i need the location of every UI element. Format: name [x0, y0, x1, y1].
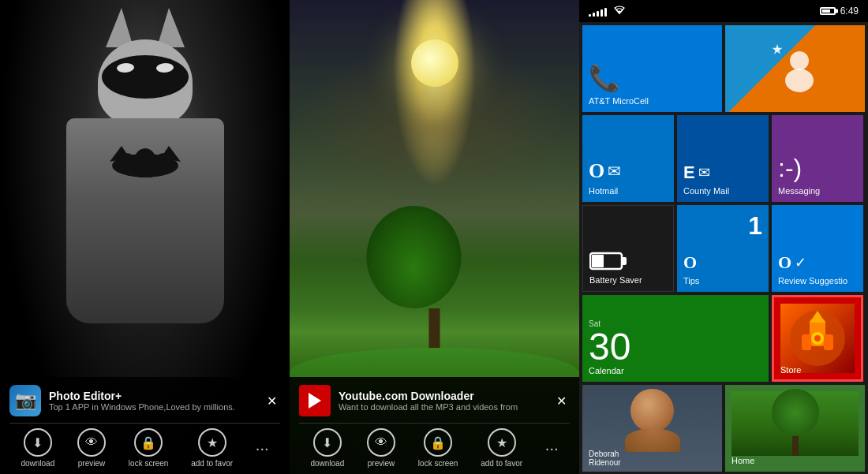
outlook-o-icon: O	[589, 159, 604, 183]
yt-lock-icon: 🔒	[424, 428, 452, 457]
tiles-row-2: O ✉ Hotmail E ✉ County Mail :-) Messagin…	[582, 115, 865, 202]
wifi-icon	[613, 6, 626, 17]
calendar-info: Sat 30	[589, 319, 630, 366]
batman-notif-actions: ⬇ download 👁 preview 🔒 lock screen ★ add…	[9, 423, 280, 468]
batman-eye-left	[115, 63, 134, 73]
yt-preview-button[interactable]: 👁 preview	[367, 428, 395, 468]
lock-screen-button[interactable]: 🔒 lock screen	[129, 428, 169, 468]
youtube-play-triangle	[309, 393, 321, 409]
add-favor-label: add to favor	[191, 459, 233, 468]
signal-bar-1	[589, 14, 591, 17]
yt-download-icon: ⬇	[313, 428, 342, 457]
status-left	[589, 6, 626, 17]
review-label: Review Suggestio	[778, 276, 857, 286]
batman-body	[66, 118, 224, 323]
messaging-label: Messaging	[778, 186, 857, 196]
yt-notif-text: Youtube.com Downloader Want to download …	[339, 390, 518, 412]
home-tree-top	[772, 389, 819, 436]
batman-panel: 📷 Photo Editor+ Top 1 APP in Windows Pho…	[0, 0, 290, 474]
add-to-favor-button[interactable]: ★ add to favor	[191, 428, 233, 468]
batman-notification-bar: 📷 Photo Editor+ Top 1 APP in Windows Pho…	[0, 377, 290, 474]
svg-point-5	[155, 153, 174, 166]
svg-point-7	[790, 51, 809, 70]
signal-bar-3	[597, 11, 599, 17]
yt-favor-button[interactable]: ★ add to favor	[481, 428, 522, 468]
exchange-e-icon: E	[683, 162, 695, 183]
yt-lock-label: lock screen	[418, 459, 458, 468]
svg-point-18	[814, 335, 821, 342]
mail-envelope-icon: ✉	[608, 162, 621, 181]
nature-panel: Youtube.com Downloader Want to download …	[290, 0, 579, 474]
svg-rect-16	[824, 334, 833, 350]
svg-rect-10	[592, 255, 604, 267]
tile-hotmail[interactable]: O ✉ Hotmail	[582, 115, 674, 202]
tile-county-mail[interactable]: E ✉ County Mail	[677, 115, 769, 202]
tips-icon-group: O	[683, 252, 762, 273]
tile-review-suggestion[interactable]: O ✓ Review Suggestio	[772, 205, 863, 292]
batman-mask	[102, 55, 189, 99]
lock-screen-icon: 🔒	[134, 428, 163, 457]
tile-people[interactable]: People	[725, 25, 865, 112]
messaging-icon: :-)	[778, 154, 857, 183]
battery-saver-label: Battery Saver	[589, 275, 667, 285]
yt-download-button[interactable]: ⬇ download	[310, 428, 344, 468]
notif-app-name: Photo Editor+	[49, 390, 235, 402]
download-button[interactable]: ⬇ download	[21, 428, 54, 468]
yt-notif-close-button[interactable]: ✕	[553, 390, 570, 412]
svg-rect-15	[802, 334, 811, 350]
tile-home[interactable]: Home	[725, 385, 865, 472]
tiles-row-1: 📞 AT&T MicroCell People	[582, 25, 865, 112]
preview-label: preview	[78, 459, 105, 468]
tips-badge: 1	[748, 211, 762, 241]
yt-notif-actions: ⬇ download 👁 preview 🔒 lock screen ★ add…	[299, 423, 570, 468]
preview-icon: 👁	[77, 428, 106, 457]
notif-description: Top 1 APP in Windows Phone,Loved by mill…	[49, 402, 235, 412]
county-mail-icon-group: E ✉	[683, 162, 762, 183]
people-icon	[768, 41, 823, 96]
svg-marker-6	[772, 44, 782, 54]
tile-messaging[interactable]: :-) Messaging	[772, 115, 863, 202]
person-face-circle	[630, 389, 674, 432]
lock-screen-label: lock screen	[129, 459, 169, 468]
review-check-icon: ✓	[795, 254, 806, 271]
yt-notif-more-button[interactable]: ···	[545, 428, 559, 468]
wp-panel: 6:49 📞 AT&T MicroCell	[579, 0, 868, 474]
status-right: 6:49	[820, 6, 859, 17]
batman-notif-close-button[interactable]: ✕	[264, 390, 280, 412]
signal-bar-2	[593, 13, 595, 17]
tile-store[interactable]: Store	[772, 295, 863, 382]
store-app-image	[780, 304, 855, 373]
batman-head	[98, 39, 193, 126]
svg-rect-11	[622, 257, 627, 265]
att-label: AT&T MicroCell	[589, 96, 716, 106]
person-face-area	[625, 389, 680, 448]
photo-editor-icon: 📷	[9, 385, 41, 416]
download-label: download	[21, 459, 54, 468]
batman-logo	[110, 142, 181, 177]
youtube-icon	[299, 385, 331, 416]
tile-deborah[interactable]: DeborahRidenour	[582, 385, 722, 472]
battery-icon	[820, 7, 836, 15]
yt-star-icon: ★	[488, 428, 516, 457]
preview-button[interactable]: 👁 preview	[77, 428, 106, 468]
notif-header: 📷 Photo Editor+ Top 1 APP in Windows Pho…	[9, 385, 280, 416]
tile-att-microcell[interactable]: 📞 AT&T MicroCell	[582, 25, 722, 112]
yt-description: Want to download all the MP3 and videos …	[339, 402, 518, 412]
yt-app-name: Youtube.com Downloader	[339, 390, 518, 402]
batman-notif-more-button[interactable]: ···	[256, 428, 269, 468]
batman-eye-right	[155, 63, 174, 73]
person-shoulders	[625, 428, 680, 452]
tile-tips[interactable]: 1 O Tips	[677, 205, 769, 292]
yt-download-label: download	[310, 459, 344, 468]
notif-text-block: Photo Editor+ Top 1 APP in Windows Phone…	[49, 390, 235, 412]
home-tree	[772, 389, 819, 456]
download-icon: ⬇	[24, 428, 52, 457]
tile-battery-saver[interactable]: Battery Saver	[582, 205, 674, 292]
tips-label: Tips	[683, 276, 762, 286]
tile-calendar[interactable]: Sat 30 Calendar	[582, 295, 769, 382]
calendar-label: Calendar	[589, 366, 762, 375]
yt-lock-screen-button[interactable]: 🔒 lock screen	[418, 428, 458, 468]
batman-figure	[43, 39, 248, 339]
svg-point-8	[785, 69, 814, 92]
yt-preview-icon: 👁	[367, 428, 395, 457]
